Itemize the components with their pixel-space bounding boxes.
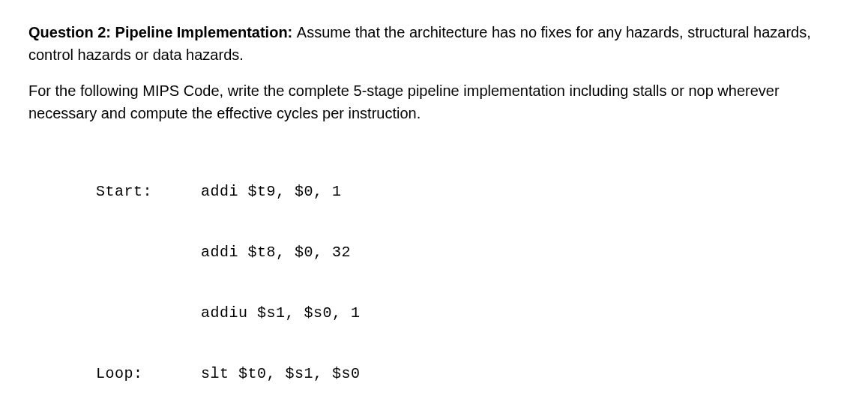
code-line: addi $t8, $0, 32 xyxy=(96,242,840,262)
code-label xyxy=(96,303,201,323)
code-instruction: addi $t9, $0, 1 xyxy=(201,181,342,202)
question-header: Question 2: Pipeline Implementation: Ass… xyxy=(28,21,840,66)
code-line: Loop:slt $t0, $s1, $s0 xyxy=(96,364,840,384)
code-label: Start: xyxy=(96,181,201,202)
mips-code-block: Start:addi $t9, $0, 1 addi $t8, $0, 32 a… xyxy=(28,141,840,407)
question-instruction: For the following MIPS Code, write the c… xyxy=(28,79,840,124)
code-instruction: slt $t0, $s1, $s0 xyxy=(201,364,361,384)
code-instruction: addi $t8, $0, 32 xyxy=(201,242,351,262)
code-instruction: addiu $s1, $s0, 1 xyxy=(201,303,361,323)
code-line: Start:addi $t9, $0, 1 xyxy=(96,181,840,202)
question-title-bold: Question 2: Pipeline Implementation: xyxy=(28,24,297,40)
code-line: addiu $s1, $s0, 1 xyxy=(96,303,840,323)
code-label xyxy=(96,242,201,262)
code-label: Loop: xyxy=(96,364,201,384)
